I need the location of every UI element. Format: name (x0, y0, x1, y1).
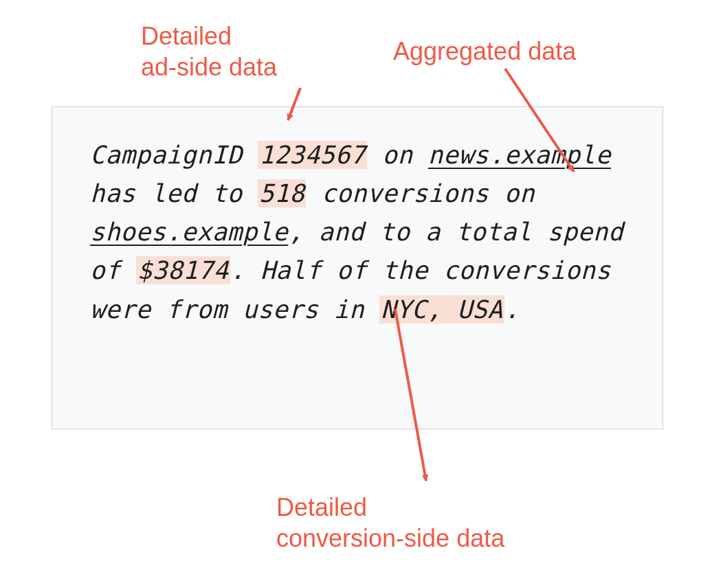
text-fragment: conversions on (306, 179, 535, 207)
text-fragment: CampaignID (90, 141, 258, 169)
text-fragment: . (504, 295, 520, 324)
hl-spend: $38174 (136, 256, 230, 284)
hl-conversion-count: 518 (258, 179, 307, 207)
hl-geo: NYC, USA (379, 295, 504, 324)
hl-campaign-id: 1234567 (258, 141, 367, 169)
label-conv-side: Detailed conversion-side data (276, 492, 504, 554)
label-ad-side-line1: Detailed (141, 22, 232, 50)
label-ad-side: Detailed ad-side data (141, 21, 277, 82)
text-fragment: on (367, 141, 428, 169)
link-shoes-site: shoes.example (90, 218, 288, 246)
text-fragment: has led to (90, 179, 258, 207)
example-text-box: CampaignID 1234567 on news.example has l… (52, 106, 663, 429)
label-ad-side-line2: ad-side data (141, 53, 277, 81)
label-aggregated: Aggregated data (393, 36, 576, 67)
label-conv-side-line2: conversion-side data (276, 524, 504, 552)
label-conv-side-line1: Detailed (276, 493, 367, 521)
example-text: CampaignID 1234567 on news.example has l… (90, 136, 625, 329)
link-news-site: news.example (428, 141, 611, 169)
